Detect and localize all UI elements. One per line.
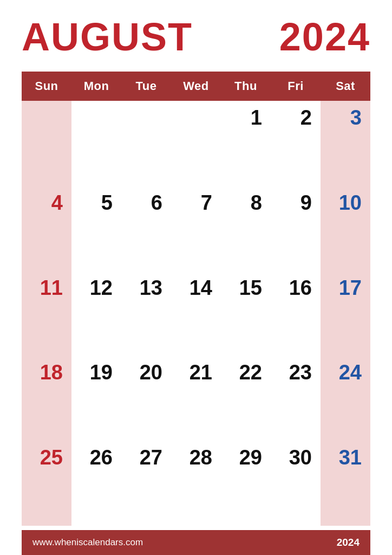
day-cell: 15 [221, 271, 271, 356]
day-cell: 18 [22, 356, 71, 441]
header-thu: Thu [221, 72, 271, 101]
header-wed: Wed [171, 72, 221, 101]
year-title: 2024 [279, 17, 370, 56]
day-cell: 31 [321, 441, 370, 526]
header-fri: Fri [271, 72, 321, 101]
day-cell: 26 [71, 441, 121, 526]
day-cell: 10 [321, 186, 370, 271]
day-cell [171, 101, 221, 186]
month-title: AUGUST [22, 17, 193, 56]
calendar-page: AUGUST 2024 Sun Mon Tue Wed Thu Fri Sat … [0, 0, 392, 555]
day-cell: 13 [121, 271, 171, 356]
day-cell: 11 [22, 271, 71, 356]
day-cell: 17 [321, 271, 370, 356]
day-cell: 28 [171, 441, 221, 526]
header-tue: Tue [121, 72, 171, 101]
footer-year: 2024 [337, 537, 360, 548]
header-mon: Mon [71, 72, 121, 101]
calendar-table: Sun Mon Tue Wed Thu Fri Sat 123456789101… [22, 72, 370, 526]
calendar-week-row: 25262728293031 [22, 441, 370, 526]
day-cell: 29 [221, 441, 271, 526]
day-cell: 4 [22, 186, 71, 271]
day-cell [22, 101, 71, 186]
day-cell: 3 [321, 101, 370, 186]
calendar-week-row: 123 [22, 101, 370, 186]
calendar-header: AUGUST 2024 [22, 17, 370, 56]
calendar-week-row: 11121314151617 [22, 271, 370, 356]
day-cell [121, 101, 171, 186]
day-cell: 30 [271, 441, 321, 526]
day-cell: 2 [271, 101, 321, 186]
day-cell: 25 [22, 441, 71, 526]
day-cell: 9 [271, 186, 321, 271]
day-cell: 23 [271, 356, 321, 441]
day-cell: 16 [271, 271, 321, 356]
header-sun: Sun [22, 72, 71, 101]
day-cell: 21 [171, 356, 221, 441]
day-cell: 8 [221, 186, 271, 271]
calendar-week-row: 18192021222324 [22, 356, 370, 441]
calendar-wrapper: Sun Mon Tue Wed Thu Fri Sat 123456789101… [22, 72, 370, 526]
day-cell: 24 [321, 356, 370, 441]
footer-url: www.wheniscalendars.com [32, 537, 143, 548]
day-cell: 22 [221, 356, 271, 441]
day-cell [71, 101, 121, 186]
day-cell: 19 [71, 356, 121, 441]
header-sat: Sat [321, 72, 370, 101]
day-cell: 12 [71, 271, 121, 356]
days-header-row: Sun Mon Tue Wed Thu Fri Sat [22, 72, 370, 101]
day-cell: 27 [121, 441, 171, 526]
day-cell: 1 [221, 101, 271, 186]
calendar-week-row: 45678910 [22, 186, 370, 271]
day-cell: 7 [171, 186, 221, 271]
day-cell: 14 [171, 271, 221, 356]
day-cell: 5 [71, 186, 121, 271]
day-cell: 20 [121, 356, 171, 441]
calendar-footer: www.wheniscalendars.com 2024 [22, 530, 370, 555]
day-cell: 6 [121, 186, 171, 271]
